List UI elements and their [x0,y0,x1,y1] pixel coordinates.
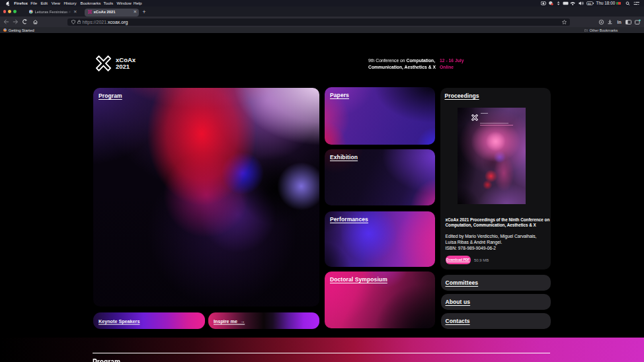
svg-text:In: In [618,20,622,24]
svg-text:60: 60 [588,2,591,5]
